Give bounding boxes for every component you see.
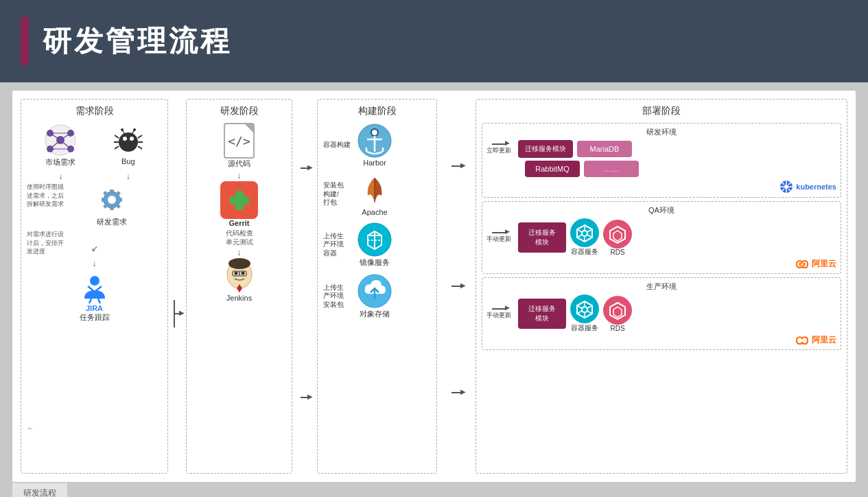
migration-btn-qa: 迁移服务模块 (518, 222, 566, 253)
svg-point-23 (133, 128, 136, 131)
jira-label: 任务跟踪 (80, 312, 110, 323)
harbor-icon (357, 123, 392, 159)
gerrit-note: 代码检查单元测试 (192, 229, 286, 247)
phase-demand: 需求阶段 (21, 99, 168, 474)
bug-item: Bug (111, 123, 145, 167)
env-research: 研发环境 ▶ 立即更新 迁移服务模块 MariaDB Rabbi (482, 123, 841, 198)
gerrit-item: Gerrit (192, 181, 286, 227)
phase-build-title: 构建阶段 (323, 105, 431, 117)
env-research-title: 研发环境 (486, 127, 836, 137)
svg-line-91 (577, 311, 582, 314)
svg-rect-29 (110, 206, 114, 210)
svg-line-89 (587, 311, 592, 314)
svg-point-44 (228, 258, 250, 269)
apache-label: 安装包构建/打包 (323, 181, 354, 207)
harbor-item: Harbor (357, 123, 392, 167)
apache-text: Apache (362, 208, 387, 216)
svg-point-85 (582, 307, 587, 312)
svg-line-17 (138, 135, 142, 138)
env-prod-title: 生产环境 (486, 281, 836, 292)
source-label: 源代码 (228, 159, 250, 169)
rds-prod-label: RDS (610, 325, 624, 332)
migration-btn-prod: 迁移服务模块 (518, 299, 566, 329)
aliyun-prod-text: 阿里云 (812, 334, 836, 346)
rds-prod-icon (603, 296, 632, 325)
aliyun-prod: 阿里云 (486, 334, 836, 346)
svg-line-90 (587, 305, 592, 308)
mariadb-btn: MariaDB (577, 141, 632, 157)
rds-qa-icon (603, 220, 632, 248)
ellipsis-btn: …… (584, 161, 639, 177)
storage-item: 对象存储 (357, 273, 392, 319)
migration-btn-research: 迁移服务模块 (518, 140, 573, 158)
aliyun-qa: 阿里云 (486, 258, 836, 270)
container-prod: 容器服务 (570, 294, 599, 333)
source-code-icon: </> (224, 123, 255, 159)
phase-dev-title: 研发阶段 (192, 105, 286, 117)
svg-point-65 (784, 185, 788, 189)
gerrit-label: Gerrit (229, 219, 250, 227)
svg-line-81 (577, 235, 582, 238)
storage-row: 上传生产环境安装包 对象存储 (323, 273, 431, 319)
phase-build: 构建阶段 容器构建 (317, 99, 437, 474)
env-qa-title: QA环境 (486, 205, 836, 216)
rabbitmq-btn: RabbitMQ (525, 161, 580, 177)
svg-marker-83 (613, 231, 622, 241)
env-qa: QA环境 ▶ 手动更新 迁移服务模块 (482, 201, 841, 274)
arrows-build-deploy: ▶ ▶ ▶ (443, 99, 470, 474)
container-qa-label: 容器服务 (571, 247, 598, 257)
jira-text: JIRA (86, 304, 103, 312)
svg-point-22 (121, 128, 124, 131)
svg-line-14 (115, 135, 119, 138)
container-qa-icon (570, 218, 599, 247)
container-qa: 容器服务 (570, 218, 599, 257)
phase-deploy-title: 部署阶段 (482, 105, 841, 117)
svg-line-40 (98, 299, 100, 303)
k8s-label: kubernetes (796, 183, 836, 191)
phase-deploy: 部署阶段 研发环境 ▶ 立即更新 迁移服务模块 Maria (476, 99, 847, 474)
market-item: 市场需求 (43, 123, 78, 167)
svg-point-45 (234, 271, 237, 275)
svg-point-24 (123, 137, 127, 141)
k8s-icon (779, 180, 793, 194)
svg-marker-93 (613, 307, 622, 317)
svg-line-79 (587, 235, 592, 238)
harbor-row: 容器构建 Harbor (323, 123, 431, 167)
svg-point-46 (241, 271, 244, 275)
phase-demand-title: 需求阶段 (27, 105, 162, 117)
bug-label: Bug (121, 157, 135, 165)
svg-point-25 (130, 137, 134, 141)
apache-row: 安装包构建/打包 Apache (323, 172, 431, 216)
gerrit-icon (220, 181, 258, 219)
arrow-demand-dev: ▶ (174, 99, 180, 474)
research-item: 研发需求 (95, 183, 129, 227)
bottom-tab-label: 研发流程 (23, 488, 56, 497)
page-title: 研发管理流程 (43, 22, 232, 60)
jira-item: JIRA 任务跟踪 (27, 270, 162, 323)
header-accent (21, 17, 29, 65)
apache-icon (357, 172, 392, 208)
svg-line-80 (587, 229, 592, 232)
mirror-item: 镜像服务 (357, 222, 392, 268)
svg-point-27 (108, 196, 116, 204)
qa-update: 手动更新 (486, 235, 511, 244)
storage-label: 上传生产环境安装包 (323, 284, 354, 309)
svg-point-36 (90, 276, 99, 286)
research-icon (95, 183, 129, 217)
mirror-text: 镜像服务 (360, 257, 390, 268)
phase-dev: 研发阶段 </> 源代码 ↓ Gerrit (186, 99, 292, 474)
arrow-source-gerrit: ↓ (192, 172, 286, 180)
jenkins-label: Jenkins (226, 294, 252, 302)
svg-rect-31 (118, 198, 122, 202)
svg-point-75 (582, 231, 587, 236)
market-label: 市场需求 (45, 157, 75, 167)
svg-point-51 (371, 129, 378, 136)
aliyun-qa-text: 阿里云 (812, 258, 836, 270)
svg-line-88 (577, 305, 582, 308)
research-label: 研发需求 (97, 217, 127, 227)
env-prod: 生产环境 ▶ 手动更新 迁移服务模块 (482, 277, 841, 350)
svg-line-19 (138, 146, 142, 149)
svg-line-39 (89, 299, 91, 303)
svg-rect-28 (110, 189, 114, 194)
jenkins-item: Jenkins (192, 258, 286, 302)
